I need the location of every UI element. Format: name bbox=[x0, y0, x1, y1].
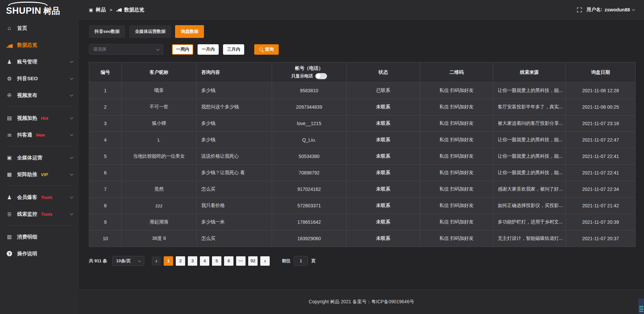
next-page-button[interactable] bbox=[260, 256, 270, 266]
cell-date: 2021-11-07 21:42 bbox=[566, 198, 635, 214]
tab-button[interactable]: 抖音seo数据 bbox=[89, 25, 125, 38]
sidebar-item-label: 账号管理 bbox=[17, 59, 37, 65]
table-row: 7 觉然 怎么买 917024162 未联系 私信 扫码加好友 感谢大家喜欢我家… bbox=[89, 181, 635, 198]
cell-content: 多少钱 bbox=[197, 132, 272, 148]
pagination: 共 911 条 10条/页 1 2 3 4 5 6 bbox=[89, 256, 636, 266]
sidebar-item-label: 视频发布 bbox=[17, 92, 37, 99]
cell-qrcode-links[interactable]: 私信 扫码加好友 bbox=[420, 165, 493, 181]
cell-source-link[interactable]: 如何正确选择投影仪，买投影... bbox=[493, 198, 566, 214]
page-number-button[interactable]: 4 bbox=[200, 256, 209, 266]
sidebar-item-label: 会员爆客 bbox=[17, 194, 37, 201]
sidebar-item[interactable]: 全媒体运营 bbox=[0, 149, 79, 166]
cell-nickname: 不可一世 bbox=[122, 99, 197, 115]
phone-only-row: 只显示电话 bbox=[291, 73, 327, 79]
cell-source-link[interactable]: 客厅安装投影半年多了，真实... bbox=[493, 99, 566, 115]
user-menu[interactable]: 用户名: zswodun88 bbox=[587, 7, 635, 13]
cell-source-link[interactable]: 让你一眼就爱上的黑科技，能... bbox=[493, 165, 566, 181]
member-icon bbox=[6, 194, 13, 201]
cell-source-link[interactable]: 让你一眼就爱上的黑科技，能... bbox=[493, 83, 566, 99]
sidebar-item[interactable]: 视频发布 bbox=[0, 87, 79, 104]
breadcrumb-item-home[interactable]: 树品 bbox=[96, 7, 106, 13]
sidebar-item-label: 消费明细 bbox=[17, 234, 37, 240]
sidebar-item[interactable]: 数据总览 bbox=[0, 37, 79, 53]
page-number-button[interactable]: 6 bbox=[224, 256, 233, 266]
chevron-down-icon bbox=[70, 59, 73, 63]
tab-button[interactable]: 询盘数据 bbox=[175, 25, 204, 38]
grid-icon bbox=[6, 171, 13, 177]
chevron-down-icon bbox=[70, 133, 73, 136]
sidebar-item-label: 数据总览 bbox=[17, 42, 37, 48]
sidebar-item[interactable]: 操作说明 bbox=[0, 245, 79, 262]
cell-account: Q_Liu. bbox=[272, 132, 346, 148]
cell-source-link[interactable]: 感谢大家喜欢我家，被问了好... bbox=[493, 181, 566, 198]
tab-button[interactable]: 全媒体运营数据 bbox=[129, 25, 171, 38]
page-number-button[interactable]: ••• bbox=[236, 256, 246, 266]
sidebar-item[interactable]: 首页 bbox=[0, 20, 79, 37]
cell-qrcode-links[interactable]: 私信 扫码加好友 bbox=[420, 214, 493, 230]
wallet-icon bbox=[6, 234, 13, 240]
date-range-button[interactable]: 一月内 bbox=[198, 44, 219, 55]
cell-qrcode-links[interactable]: 私信 扫码加好友 bbox=[420, 99, 493, 115]
phone-only-toggle[interactable] bbox=[315, 73, 327, 79]
cell-nickname: 36度 8 bbox=[122, 230, 197, 247]
cell-source-link[interactable]: 被大家追着问的客厅投影分享... bbox=[493, 115, 566, 132]
page-number-button[interactable]: 3 bbox=[188, 256, 197, 266]
cell-qrcode-links[interactable]: 私信 扫码加好友 bbox=[420, 181, 493, 198]
sidebar-item[interactable]: 抖客通 New bbox=[0, 126, 79, 143]
home-icon bbox=[6, 25, 13, 32]
date-range-button[interactable]: 一周内 bbox=[172, 44, 193, 55]
sidebar-item[interactable]: 视频加热 Hot bbox=[0, 110, 79, 126]
sidebar-item-badge: Hot bbox=[41, 116, 48, 121]
date-range-button[interactable]: 三月内 bbox=[223, 44, 244, 55]
cell-qrcode-links[interactable]: 私信 扫码加好友 bbox=[420, 230, 493, 247]
filter-select[interactable]: 请选择 bbox=[89, 44, 163, 55]
search-button[interactable]: 查询 bbox=[254, 44, 279, 55]
bar-chart-icon bbox=[6, 42, 13, 48]
cell-no: 9 bbox=[89, 214, 122, 230]
cell-source-link[interactable]: 让你一眼就爱上的黑科技，能... bbox=[493, 132, 566, 148]
page-number-button[interactable]: 1 bbox=[164, 256, 173, 266]
cell-date: 2021-11-08 00:25 bbox=[566, 99, 635, 115]
cell-date: 2021-11-08 12:28 bbox=[566, 83, 635, 99]
cell-qrcode-links[interactable]: 私信 扫码加好友 bbox=[420, 115, 493, 132]
sidebar: SHUPIN 树品 首页 数据总览 bbox=[0, 0, 79, 314]
user-icon bbox=[6, 59, 13, 65]
cell-source-link[interactable]: 多功能护栏灯，适用于乡村文... bbox=[493, 214, 566, 230]
username-label: 用户名: bbox=[587, 7, 602, 13]
cell-source-link[interactable]: 无主灯设计，智能磁吸轨道灯... bbox=[493, 230, 566, 247]
cell-source-link[interactable]: 让你一眼就爱上的黑科技，能... bbox=[493, 148, 566, 165]
table-row: 2 不可一世 我想问这个多少钱 2097344839 未联系 私信 扫码加好友 … bbox=[89, 99, 635, 115]
sidebar-item[interactable]: 线索监控 Tools bbox=[0, 206, 79, 222]
floating-widget[interactable] bbox=[638, 299, 644, 314]
chevron-down-icon bbox=[156, 47, 160, 51]
cell-qrcode-links[interactable]: 私信 扫码加好友 bbox=[420, 83, 493, 99]
cell-no: 2 bbox=[89, 99, 122, 115]
cell-qrcode-links[interactable]: 私信 扫码加好友 bbox=[420, 198, 493, 214]
filter-select-placeholder: 请选择 bbox=[93, 46, 106, 52]
prev-page-button[interactable] bbox=[152, 256, 161, 266]
search-icon bbox=[259, 48, 263, 51]
cell-qrcode-links[interactable]: 私信 扫码加好友 bbox=[420, 148, 493, 165]
breadcrumb-item-current: 数据总览 bbox=[124, 7, 144, 13]
goto-page-input[interactable] bbox=[294, 256, 308, 266]
page-number-button[interactable]: 2 bbox=[176, 256, 185, 266]
sidebar-item[interactable]: 账号管理 bbox=[0, 53, 79, 70]
col-header-date: 询盘日期 bbox=[566, 62, 635, 83]
page-size-select[interactable]: 10条/页 bbox=[112, 256, 144, 266]
table-header-row: 编号 客户昵称 咨询内容 帐号（电话） 只显示电话 状态 二维码 线索来源 询盘… bbox=[89, 62, 635, 83]
cell-account: 2097344839 bbox=[272, 99, 346, 115]
sidebar-item[interactable]: 抖音SEO bbox=[0, 70, 79, 87]
col-header-no: 编号 bbox=[89, 62, 122, 83]
sidebar-item-label: 矩阵助推 bbox=[17, 171, 37, 178]
table-row: 4 L 多少钱 Q_Liu. 未联系 私信 扫码加好友 让你一眼就爱上的黑科技，… bbox=[89, 132, 635, 148]
sidebar-item[interactable]: 矩阵助推 VIP bbox=[0, 166, 79, 183]
page-number-button[interactable]: 5 bbox=[212, 256, 221, 266]
cell-no: 3 bbox=[89, 115, 122, 132]
page-number-button[interactable]: 92 bbox=[248, 256, 258, 266]
sidebar-item[interactable]: 会员爆客 Tools bbox=[0, 189, 79, 206]
sidebar-item[interactable]: 消费明细 bbox=[0, 228, 79, 245]
logo[interactable]: SHUPIN 树品 bbox=[0, 0, 79, 18]
cell-status: 未联系 bbox=[346, 132, 420, 148]
cell-qrcode-links[interactable]: 私信 扫码加好友 bbox=[420, 132, 493, 148]
fullscreen-icon[interactable] bbox=[577, 7, 582, 12]
